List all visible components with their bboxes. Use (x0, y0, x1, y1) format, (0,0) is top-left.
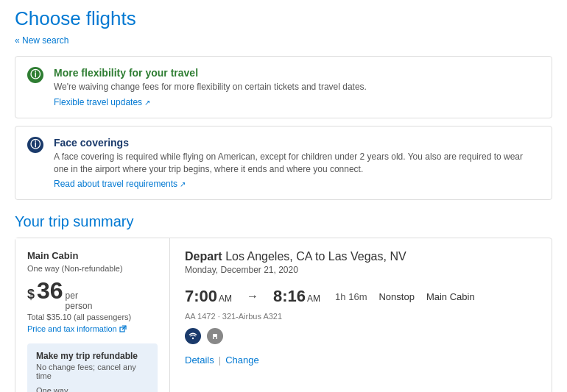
flight-cabin: Main Cabin (426, 291, 475, 302)
details-divider: | (219, 354, 221, 366)
per-person-label: perperson (66, 291, 93, 311)
total-price-label: Total $35.10 (all passengers) (27, 313, 158, 321)
face-coverings-title: Face coverings (54, 137, 540, 149)
left-panel: Main Cabin One way (Non-refundable) $ 36… (15, 238, 170, 392)
flight-route-title: Depart Los Angeles, CA to Las Vegas, NV (185, 250, 537, 263)
refundable-subtitle: No change fees; cancel any time (36, 363, 149, 380)
arrive-ampm: AM (307, 293, 320, 304)
depart-time-block: 7:00 AM (185, 287, 232, 306)
flexibility-body: We're waiving change fees for more flexi… (54, 81, 367, 93)
trip-summary-card: Main Cabin One way (Non-refundable) $ 36… (15, 238, 552, 392)
flight-times: 7:00 AM → 8:16 AM 1h 16m Nonstop Main Ca… (185, 287, 537, 306)
trip-summary-heading: Your trip summary (15, 213, 552, 230)
change-link[interactable]: Change (225, 354, 259, 366)
currency-symbol: $ (27, 287, 35, 302)
amenity-icons (185, 328, 537, 344)
flight-meta: 1h 16m Nonstop Main Cabin (335, 291, 475, 302)
flight-arrow: → (247, 290, 258, 303)
price-tax-link[interactable]: Price and tax information (27, 324, 127, 333)
arrive-time: 8:16 (273, 287, 306, 306)
price-amount: 36 (37, 279, 63, 302)
wifi-icon (185, 328, 201, 344)
cabin-type-label: Main Cabin (27, 250, 158, 261)
flight-duration: 1h 16m (335, 291, 367, 302)
route-text: Los Angeles, CA to Las Vegas, NV (225, 250, 406, 263)
trip-type-label: One way (Non-refundable) (27, 264, 158, 273)
flexibility-icon: ⓘ (27, 67, 43, 83)
price-row: $ 36 perperson (27, 279, 158, 311)
refundable-title: Make my trip refundable (36, 351, 149, 361)
depart-time: 7:00 (185, 287, 217, 306)
right-panel: Depart Los Angeles, CA to Las Vegas, NV … (170, 238, 552, 392)
svg-point-4 (192, 338, 194, 339)
external-link-icon (119, 325, 127, 332)
new-search-link[interactable]: « New search (15, 35, 68, 46)
svg-rect-7 (216, 337, 218, 339)
flight-stops: Nonstop (378, 291, 414, 302)
face-coverings-link[interactable]: Read about travel requirements (54, 179, 186, 189)
face-coverings-card: ⓘ Face coverings A face covering is requ… (15, 126, 552, 201)
face-coverings-body: A face covering is required while flying… (54, 151, 540, 176)
flexibility-content: More flexibility for your travel We're w… (54, 67, 367, 107)
face-coverings-content: Face coverings A face covering is requir… (54, 137, 540, 190)
flexibility-card: ⓘ More flexibility for your travel We're… (15, 56, 552, 118)
refundable-box: Make my trip refundable No change fees; … (27, 343, 158, 392)
flight-date: Monday, December 21, 2020 (185, 265, 537, 275)
svg-rect-5 (213, 334, 217, 337)
details-change-row: Details | Change (185, 354, 537, 366)
flight-details-row: AA 1472 · 321-Airbus A321 (185, 312, 537, 321)
refundable-way: One way (36, 386, 149, 392)
seat-icon (207, 328, 223, 344)
depart-label: Depart (185, 250, 222, 263)
details-link[interactable]: Details (185, 354, 214, 366)
svg-rect-6 (213, 337, 214, 339)
flexibility-link[interactable]: Flexible travel updates (54, 97, 150, 107)
depart-ampm: AM (219, 293, 232, 304)
page-title: Choose flights (15, 7, 552, 30)
face-coverings-icon: ⓘ (27, 137, 43, 153)
arrive-time-block: 8:16 AM (273, 287, 320, 306)
flexibility-title: More flexibility for your travel (54, 67, 367, 79)
